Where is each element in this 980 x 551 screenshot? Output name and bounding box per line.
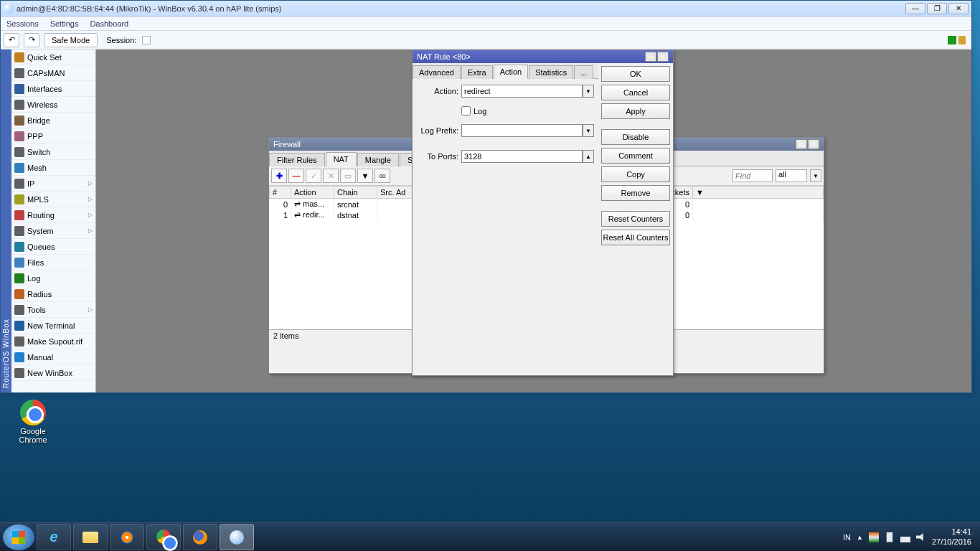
- firewall-close-button[interactable]: ✕: [808, 139, 819, 149]
- sidebar-item-capsman[interactable]: CAPsMAN: [11, 65, 95, 81]
- sidebar-item-wireless[interactable]: Wireless: [11, 97, 95, 113]
- sidebar-item-queues[interactable]: Queues: [11, 239, 95, 255]
- chrome-desktop-icon[interactable]: Google Chrome: [11, 400, 55, 444]
- flag-icon[interactable]: [869, 532, 879, 542]
- sidebar-item-ppp[interactable]: PPP: [11, 128, 95, 144]
- filter-scope-select[interactable]: all: [776, 169, 807, 182]
- sidebar-item-new-terminal[interactable]: New Terminal: [11, 318, 95, 334]
- sidebar-icon: [14, 321, 24, 331]
- taskbar-mediaplayer[interactable]: [110, 524, 144, 550]
- session-indicator[interactable]: [142, 36, 151, 44]
- network-icon[interactable]: [900, 532, 910, 542]
- sidebar-icon: [14, 68, 24, 78]
- taskbar-ie[interactable]: e: [37, 524, 71, 550]
- sidebar-item-bridge[interactable]: Bridge: [11, 113, 95, 128]
- logprefix-expand-button[interactable]: ▼: [583, 124, 594, 137]
- tray-up-icon[interactable]: ▲: [857, 534, 863, 541]
- reset-counters-button[interactable]: Reset Counters: [601, 211, 670, 227]
- col-more[interactable]: ▼: [693, 187, 824, 199]
- natrule-titlebar[interactable]: NAT Rule <80> ▭ ✕: [413, 50, 673, 63]
- toports-expand-button[interactable]: ▲: [583, 150, 594, 163]
- sidebar-item-mpls[interactable]: MPLS▷: [11, 192, 95, 207]
- close-button[interactable]: ✕: [948, 3, 969, 14]
- log-checkbox[interactable]: [461, 106, 471, 116]
- sidebar-item-tools[interactable]: Tools▷: [11, 302, 95, 318]
- sidebar-item-ip[interactable]: IP▷: [11, 176, 95, 192]
- winbox-icon: [230, 530, 244, 545]
- remove-button[interactable]: Remove: [601, 185, 670, 201]
- cancel-button[interactable]: Cancel: [601, 85, 670, 100]
- sidebar-item-files[interactable]: Files: [11, 255, 95, 270]
- sidebar-item-system[interactable]: System▷: [11, 223, 95, 239]
- nat-tab-extra[interactable]: Extra: [461, 65, 493, 79]
- start-button[interactable]: [3, 524, 34, 550]
- taskbar-clock[interactable]: 14:41 27/10/2016: [932, 527, 971, 546]
- sidebar-item-new-winbox[interactable]: New WinBox: [11, 365, 95, 381]
- taskbar-firefox[interactable]: [183, 524, 217, 550]
- action-label: Action:: [417, 87, 461, 95]
- sidebar-icon: [14, 116, 24, 126]
- tab-mangle[interactable]: Mangle: [357, 153, 399, 166]
- sidebar-item-mesh[interactable]: Mesh: [11, 160, 95, 176]
- action-dropdown-button[interactable]: ▼: [583, 85, 594, 98]
- disable-button[interactable]: Disable: [601, 129, 670, 145]
- disable-button[interactable]: ✕: [323, 169, 339, 183]
- natrule-minimize-button[interactable]: ▭: [645, 52, 656, 62]
- col-action[interactable]: Action: [291, 187, 334, 199]
- sidebar-item-radius[interactable]: Radius: [11, 286, 95, 302]
- nat-tab-more[interactable]: ...: [574, 65, 593, 79]
- volume-icon[interactable]: [916, 532, 926, 542]
- sidebar-item-label: Queues: [27, 242, 55, 251]
- sidebar-item-interfaces[interactable]: Interfaces: [11, 81, 95, 97]
- col-chain[interactable]: Chain: [334, 187, 377, 199]
- menu-sessions[interactable]: Sessions: [6, 19, 39, 28]
- copy-button[interactable]: Copy: [601, 166, 670, 182]
- sidebar-item-manual[interactable]: Manual: [11, 349, 95, 365]
- safe-mode-button[interactable]: Safe Mode: [44, 33, 98, 47]
- natrule-close-button[interactable]: ✕: [657, 52, 669, 62]
- taskbar-chrome[interactable]: [146, 524, 181, 550]
- comment-button[interactable]: Comment: [601, 148, 670, 164]
- apply-button[interactable]: Apply: [601, 103, 670, 119]
- menu-settings[interactable]: Settings: [50, 19, 79, 28]
- counter-button[interactable]: 00: [374, 169, 390, 183]
- taskbar-explorer[interactable]: [73, 524, 108, 550]
- chevron-right-icon: ▷: [88, 227, 93, 234]
- col-num[interactable]: #: [270, 187, 291, 199]
- tab-filter-rules[interactable]: Filter Rules: [269, 153, 325, 166]
- add-button[interactable]: ✚: [271, 169, 287, 183]
- logprefix-input[interactable]: [461, 124, 583, 137]
- firewall-minimize-button[interactable]: ▭: [796, 139, 807, 149]
- ie-icon: e: [50, 529, 57, 545]
- comment-button[interactable]: ▭: [340, 169, 356, 183]
- action-center-icon[interactable]: [885, 532, 895, 542]
- sidebar-item-routing[interactable]: Routing▷: [11, 207, 95, 223]
- folder-icon: [83, 532, 98, 543]
- nat-tab-action[interactable]: Action: [494, 65, 529, 79]
- taskbar-winbox[interactable]: [220, 524, 254, 550]
- menu-dashboard[interactable]: Dashboard: [90, 19, 128, 28]
- remove-button[interactable]: —: [288, 169, 304, 183]
- action-input[interactable]: [461, 85, 583, 98]
- sidebar-item-label: New WinBox: [27, 369, 72, 377]
- nat-tab-statistics[interactable]: Statistics: [529, 65, 573, 79]
- filter-button[interactable]: ▼: [357, 169, 373, 183]
- sidebar-item-make-supout.rif[interactable]: Make Supout.rif: [11, 334, 95, 349]
- sidebar-item-quick-set[interactable]: Quick Set: [11, 50, 95, 65]
- redo-button[interactable]: ↷: [24, 33, 39, 47]
- ok-button[interactable]: OK: [601, 66, 670, 82]
- nat-tab-advanced[interactable]: Advanced: [413, 65, 461, 79]
- tab-nat[interactable]: NAT: [326, 152, 357, 166]
- minimize-button[interactable]: —: [905, 3, 925, 14]
- titlebar[interactable]: admin@E4:8D:8C:5B:64:44 (MikroTik) - Win…: [1, 1, 971, 17]
- sidebar-item-switch[interactable]: Switch: [11, 144, 95, 160]
- undo-button[interactable]: ↶: [4, 33, 19, 47]
- reset-all-counters-button[interactable]: Reset All Counters: [601, 230, 670, 245]
- maximize-button[interactable]: ❐: [927, 3, 947, 14]
- find-input[interactable]: [732, 169, 773, 182]
- filter-dropdown-button[interactable]: ▼: [810, 169, 821, 182]
- lang-indicator[interactable]: IN: [843, 533, 851, 542]
- sidebar-item-log[interactable]: Log: [11, 270, 95, 286]
- enable-button[interactable]: ✓: [306, 169, 321, 183]
- toports-input[interactable]: [461, 150, 583, 163]
